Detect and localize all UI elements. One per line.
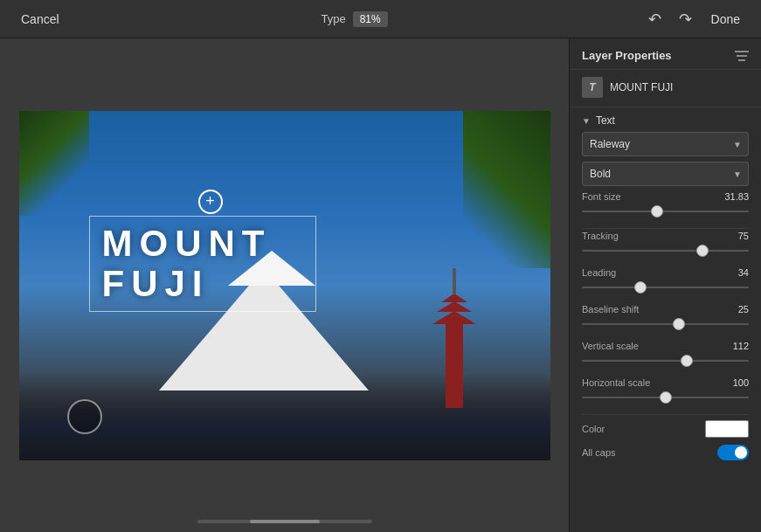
allcaps-label: All caps xyxy=(582,447,616,458)
vertical-scale-thumb[interactable] xyxy=(681,355,693,367)
canvas-scrollbar-thumb xyxy=(250,520,320,523)
horizontal-scale-slider[interactable] xyxy=(582,390,749,405)
move-handle[interactable]: + xyxy=(198,190,223,214)
divider-1 xyxy=(582,228,749,229)
horizontal-scale-thumb[interactable] xyxy=(660,391,672,404)
filter-options-button[interactable] xyxy=(735,50,749,62)
baseline-track xyxy=(582,323,749,325)
tracking-row: Tracking 75 xyxy=(582,231,749,241)
allcaps-toggle[interactable] xyxy=(717,445,749,460)
leading-row: Leading 34 xyxy=(582,267,749,278)
baseline-slider[interactable] xyxy=(582,316,749,332)
properties-section: Raleway Arial Helvetica Times New Roman … xyxy=(570,132,761,471)
baseline-thumb[interactable] xyxy=(673,318,685,330)
allcaps-toggle-thumb xyxy=(735,446,747,459)
zoom-badge[interactable]: 81% xyxy=(353,11,388,27)
panel-header: Layer Properties xyxy=(570,38,761,70)
canvas-area[interactable]: + MOUNT FUJI xyxy=(0,38,569,532)
color-label: Color xyxy=(582,424,605,434)
vertical-scale-value[interactable]: 112 xyxy=(723,341,749,351)
color-swatch[interactable] xyxy=(705,420,749,438)
filter-icon xyxy=(735,50,749,62)
baseline-value[interactable]: 25 xyxy=(723,304,749,314)
font-size-row: Font size 31.83 xyxy=(582,191,749,202)
font-size-thumb[interactable] xyxy=(651,205,663,218)
tracking-slider[interactable] xyxy=(582,243,749,259)
text-line-1: MOUNT xyxy=(102,225,303,262)
leading-thumb[interactable] xyxy=(634,281,647,294)
leading-slider[interactable] xyxy=(582,280,749,295)
pagoda-decoration xyxy=(428,268,481,408)
font-size-track xyxy=(582,211,749,212)
color-row: Color xyxy=(582,417,749,441)
layer-type-icon: T xyxy=(582,77,603,98)
navigation-compass[interactable] xyxy=(67,399,102,434)
top-bar-left: Cancel xyxy=(14,9,66,30)
font-size-slider[interactable] xyxy=(582,204,749,219)
font-size-label: Font size xyxy=(582,191,621,202)
font-size-value[interactable]: 31.83 xyxy=(723,191,749,202)
tree-right-decoration xyxy=(463,111,550,268)
top-bar: Cancel Type 81% ↶ ↷ Done xyxy=(0,0,761,38)
font-style-dropdown-wrapper: Bold Regular Italic Bold Italic ▼ xyxy=(582,162,749,186)
baseline-label: Baseline shift xyxy=(582,304,639,314)
top-bar-right: ↶ ↷ Done xyxy=(643,6,747,32)
section-chevron-icon: ▼ xyxy=(582,116,591,126)
leading-track xyxy=(582,287,749,288)
undo-button[interactable]: ↶ xyxy=(643,6,667,32)
cancel-button[interactable]: Cancel xyxy=(14,9,66,30)
top-bar-center: Type 81% xyxy=(321,11,387,27)
tracking-thumb[interactable] xyxy=(696,245,709,257)
horizontal-scale-track xyxy=(582,397,749,398)
font-family-dropdown[interactable]: Raleway Arial Helvetica Times New Roman xyxy=(582,132,749,156)
leading-label: Leading xyxy=(582,267,616,278)
canvas-scrollbar[interactable] xyxy=(197,520,372,523)
text-layer-box[interactable]: MOUNT FUJI xyxy=(89,216,316,312)
panel-title: Layer Properties xyxy=(582,49,672,62)
leading-value[interactable]: 34 xyxy=(723,267,749,278)
divider-2 xyxy=(582,414,749,415)
layer-name: MOUNT FUJI xyxy=(610,81,673,93)
tree-left-decoration xyxy=(19,111,89,216)
redo-button[interactable]: ↷ xyxy=(674,6,697,32)
done-button[interactable]: Done xyxy=(704,9,747,30)
pagoda-roof xyxy=(432,311,476,324)
horizontal-scale-value[interactable]: 100 xyxy=(723,377,749,388)
vertical-scale-label: Vertical scale xyxy=(582,341,639,351)
type-label: Type xyxy=(321,12,345,25)
pagoda-spire xyxy=(453,268,456,294)
main-content: + MOUNT FUJI Layer Properties xyxy=(0,38,761,532)
tracking-track xyxy=(582,250,749,252)
text-section-label: Text xyxy=(596,114,615,127)
vertical-scale-row: Vertical scale 112 xyxy=(582,341,749,351)
right-panel: Layer Properties T MOUNT FUJI ▼ Text xyxy=(569,38,761,532)
text-line-2: FUJI xyxy=(102,266,303,302)
horizontal-scale-label: Horizontal scale xyxy=(582,377,650,388)
canvas-image: + MOUNT FUJI xyxy=(19,111,550,460)
horizontal-scale-row: Horizontal scale 100 xyxy=(582,377,749,388)
vertical-scale-slider[interactable] xyxy=(582,353,749,369)
tracking-label: Tracking xyxy=(582,231,619,241)
allcaps-row: All caps xyxy=(582,441,749,464)
baseline-row: Baseline shift 25 xyxy=(582,304,749,314)
tracking-value[interactable]: 75 xyxy=(723,231,749,241)
text-section-header[interactable]: ▼ Text xyxy=(570,107,761,132)
layer-info: T MOUNT FUJI xyxy=(570,70,761,107)
font-style-dropdown[interactable]: Bold Regular Italic Bold Italic xyxy=(582,162,749,186)
vertical-scale-track xyxy=(582,360,749,362)
pagoda-body xyxy=(446,323,463,408)
font-family-dropdown-wrapper: Raleway Arial Helvetica Times New Roman … xyxy=(582,132,749,156)
